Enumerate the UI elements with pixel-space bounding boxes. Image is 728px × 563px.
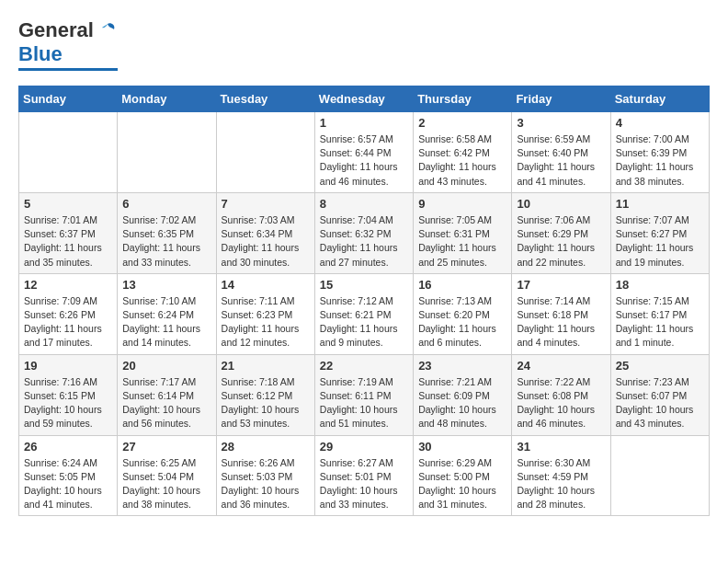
day-info: Sunrise: 7:13 AM Sunset: 6:20 PM Dayligh… — [418, 294, 506, 350]
calendar-cell: 3Sunrise: 6:59 AM Sunset: 6:40 PM Daylig… — [512, 112, 610, 193]
calendar-cell — [19, 112, 118, 193]
calendar-body: 1Sunrise: 6:57 AM Sunset: 6:44 PM Daylig… — [19, 112, 710, 516]
day-number: 5 — [24, 197, 112, 211]
calendar-cell: 17Sunrise: 7:14 AM Sunset: 6:18 PM Dayli… — [512, 273, 610, 354]
weekday-header-sunday: Sunday — [19, 86, 118, 112]
calendar-cell: 26Sunrise: 6:24 AM Sunset: 5:05 PM Dayli… — [19, 435, 118, 516]
calendar-week-2: 5Sunrise: 7:01 AM Sunset: 6:37 PM Daylig… — [19, 192, 710, 273]
day-number: 2 — [418, 116, 506, 130]
calendar-cell: 5Sunrise: 7:01 AM Sunset: 6:37 PM Daylig… — [19, 192, 118, 273]
day-number: 19 — [24, 359, 112, 373]
day-info: Sunrise: 6:27 AM Sunset: 5:01 PM Dayligh… — [320, 456, 408, 512]
logo-general-text: General — [18, 18, 94, 42]
day-info: Sunrise: 7:16 AM Sunset: 6:15 PM Dayligh… — [24, 375, 112, 431]
day-info: Sunrise: 7:03 AM Sunset: 6:34 PM Dayligh… — [222, 213, 310, 270]
day-info: Sunrise: 7:10 AM Sunset: 6:24 PM Dayligh… — [122, 294, 210, 350]
calendar-cell: 4Sunrise: 7:00 AM Sunset: 6:39 PM Daylig… — [610, 112, 709, 193]
day-info: Sunrise: 6:59 AM Sunset: 6:40 PM Dayligh… — [517, 132, 605, 189]
calendar-week-1: 1Sunrise: 6:57 AM Sunset: 6:44 PM Daylig… — [19, 112, 710, 193]
day-number: 14 — [222, 278, 310, 292]
calendar-cell — [216, 112, 314, 193]
calendar-cell: 8Sunrise: 7:04 AM Sunset: 6:32 PM Daylig… — [314, 192, 413, 273]
calendar-table: SundayMondayTuesdayWednesdayThursdayFrid… — [18, 86, 710, 516]
day-info: Sunrise: 7:12 AM Sunset: 6:21 PM Dayligh… — [320, 294, 408, 350]
calendar-cell: 14Sunrise: 7:11 AM Sunset: 6:23 PM Dayli… — [216, 273, 314, 354]
calendar-cell: 25Sunrise: 7:23 AM Sunset: 6:07 PM Dayli… — [610, 354, 709, 435]
day-info: Sunrise: 7:02 AM Sunset: 6:35 PM Dayligh… — [122, 213, 210, 270]
day-info: Sunrise: 6:57 AM Sunset: 6:44 PM Dayligh… — [320, 132, 408, 189]
logo-blue-text: Blue — [18, 42, 63, 66]
day-number: 6 — [122, 197, 210, 211]
day-info: Sunrise: 7:05 AM Sunset: 6:31 PM Dayligh… — [418, 213, 506, 270]
calendar-cell: 22Sunrise: 7:19 AM Sunset: 6:11 PM Dayli… — [314, 354, 413, 435]
calendar-cell: 18Sunrise: 7:15 AM Sunset: 6:17 PM Dayli… — [610, 273, 709, 354]
day-info: Sunrise: 7:15 AM Sunset: 6:17 PM Dayligh… — [616, 294, 704, 350]
day-info: Sunrise: 7:18 AM Sunset: 6:12 PM Dayligh… — [222, 375, 310, 431]
calendar-cell: 13Sunrise: 7:10 AM Sunset: 6:24 PM Dayli… — [118, 273, 216, 354]
day-number: 8 — [320, 197, 408, 211]
day-number: 10 — [517, 197, 605, 211]
day-number: 12 — [24, 278, 112, 292]
calendar-cell: 6Sunrise: 7:02 AM Sunset: 6:35 PM Daylig… — [118, 192, 216, 273]
calendar-cell: 2Sunrise: 6:58 AM Sunset: 6:42 PM Daylig… — [414, 112, 512, 193]
calendar-cell: 27Sunrise: 6:25 AM Sunset: 5:04 PM Dayli… — [118, 435, 216, 516]
day-info: Sunrise: 7:11 AM Sunset: 6:23 PM Dayligh… — [222, 294, 310, 350]
day-number: 31 — [517, 440, 605, 454]
calendar-cell: 9Sunrise: 7:05 AM Sunset: 6:31 PM Daylig… — [414, 192, 512, 273]
calendar-week-4: 19Sunrise: 7:16 AM Sunset: 6:15 PM Dayli… — [19, 354, 710, 435]
calendar-cell: 19Sunrise: 7:16 AM Sunset: 6:15 PM Dayli… — [19, 354, 118, 435]
day-info: Sunrise: 6:25 AM Sunset: 5:04 PM Dayligh… — [122, 456, 210, 512]
day-number: 23 — [418, 359, 506, 373]
calendar-cell: 1Sunrise: 6:57 AM Sunset: 6:44 PM Daylig… — [314, 112, 413, 193]
calendar-cell: 20Sunrise: 7:17 AM Sunset: 6:14 PM Dayli… — [118, 354, 216, 435]
day-info: Sunrise: 7:04 AM Sunset: 6:32 PM Dayligh… — [320, 213, 408, 270]
day-number: 3 — [517, 116, 605, 130]
day-number: 16 — [418, 278, 506, 292]
day-number: 4 — [616, 116, 704, 130]
day-number: 25 — [616, 359, 704, 373]
calendar-cell: 16Sunrise: 7:13 AM Sunset: 6:20 PM Dayli… — [414, 273, 512, 354]
day-number: 21 — [222, 359, 310, 373]
day-info: Sunrise: 6:24 AM Sunset: 5:05 PM Dayligh… — [24, 456, 112, 512]
day-info: Sunrise: 7:01 AM Sunset: 6:37 PM Dayligh… — [24, 213, 112, 270]
day-number: 20 — [122, 359, 210, 373]
day-number: 24 — [517, 359, 605, 373]
day-info: Sunrise: 7:14 AM Sunset: 6:18 PM Dayligh… — [517, 294, 605, 350]
calendar-cell: 29Sunrise: 6:27 AM Sunset: 5:01 PM Dayli… — [314, 435, 413, 516]
day-number: 9 — [418, 197, 506, 211]
day-info: Sunrise: 6:29 AM Sunset: 5:00 PM Dayligh… — [418, 456, 506, 512]
calendar-cell: 10Sunrise: 7:06 AM Sunset: 6:29 PM Dayli… — [512, 192, 610, 273]
day-info: Sunrise: 7:00 AM Sunset: 6:39 PM Dayligh… — [616, 132, 704, 189]
calendar-cell: 28Sunrise: 6:26 AM Sunset: 5:03 PM Dayli… — [216, 435, 314, 516]
day-number: 13 — [122, 278, 210, 292]
day-number: 27 — [122, 440, 210, 454]
logo: General Blue — [18, 18, 118, 71]
day-number: 28 — [222, 440, 310, 454]
day-info: Sunrise: 7:21 AM Sunset: 6:09 PM Dayligh… — [418, 375, 506, 431]
weekday-header-saturday: Saturday — [610, 86, 709, 112]
day-number: 29 — [320, 440, 408, 454]
day-info: Sunrise: 7:17 AM Sunset: 6:14 PM Dayligh… — [122, 375, 210, 431]
calendar-cell: 11Sunrise: 7:07 AM Sunset: 6:27 PM Dayli… — [610, 192, 709, 273]
day-number: 22 — [320, 359, 408, 373]
day-info: Sunrise: 6:30 AM Sunset: 4:59 PM Dayligh… — [517, 456, 605, 512]
page-header: General Blue — [18, 18, 710, 71]
day-info: Sunrise: 7:06 AM Sunset: 6:29 PM Dayligh… — [517, 213, 605, 270]
day-number: 18 — [616, 278, 704, 292]
calendar-week-3: 12Sunrise: 7:09 AM Sunset: 6:26 PM Dayli… — [19, 273, 710, 354]
day-info: Sunrise: 6:26 AM Sunset: 5:03 PM Dayligh… — [222, 456, 310, 512]
day-info: Sunrise: 7:07 AM Sunset: 6:27 PM Dayligh… — [616, 213, 704, 270]
weekday-header-monday: Monday — [118, 86, 216, 112]
day-number: 26 — [24, 440, 112, 454]
day-number: 17 — [517, 278, 605, 292]
calendar-cell: 31Sunrise: 6:30 AM Sunset: 4:59 PM Dayli… — [512, 435, 610, 516]
day-info: Sunrise: 7:23 AM Sunset: 6:07 PM Dayligh… — [616, 375, 704, 431]
calendar-cell: 30Sunrise: 6:29 AM Sunset: 5:00 PM Dayli… — [414, 435, 512, 516]
day-number: 1 — [320, 116, 408, 130]
weekday-header-wednesday: Wednesday — [314, 86, 413, 112]
day-info: Sunrise: 7:09 AM Sunset: 6:26 PM Dayligh… — [24, 294, 112, 350]
calendar-cell — [610, 435, 709, 516]
calendar-cell: 21Sunrise: 7:18 AM Sunset: 6:12 PM Dayli… — [216, 354, 314, 435]
day-info: Sunrise: 7:22 AM Sunset: 6:08 PM Dayligh… — [517, 375, 605, 431]
calendar-cell — [118, 112, 216, 193]
